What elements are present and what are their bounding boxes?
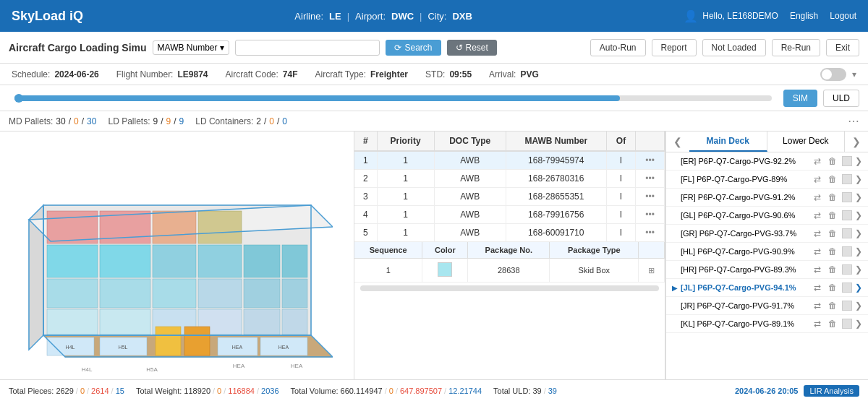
ld-containers-stat: LD Containers: 2 / 0 / 0 <box>195 116 287 126</box>
color-chip <box>842 319 852 329</box>
airport-value: DWC <box>391 11 414 22</box>
chevron-right-icon[interactable]: ❯ <box>855 264 862 275</box>
sub-table: Sequence Color Package No. Package Type … <box>354 242 665 283</box>
delete-icon[interactable]: 🗑 <box>826 318 839 329</box>
tab-uld[interactable]: ULD <box>823 90 859 107</box>
chevron-right-icon[interactable]: ❯ <box>855 283 862 293</box>
swap-icon[interactable]: ⇄ <box>812 210 823 221</box>
md-pallets-zero: 0 <box>74 116 79 126</box>
delete-icon[interactable]: 🗑 <box>826 264 839 275</box>
expand-icon[interactable]: ▾ <box>852 69 856 79</box>
swap-icon[interactable]: ⇄ <box>812 300 823 311</box>
table-row[interactable]: 5 1 AWB 168-60091710 I ••• <box>354 224 665 242</box>
deck-item[interactable]: ▶ [FR] P6P-Q7-Cargo-PVG-91.2% ⇄ 🗑 ❯ <box>666 189 868 207</box>
delete-icon[interactable]: 🗑 <box>826 155 839 167</box>
deck-item[interactable]: ▶ [ER] P6P-Q7-Cargo-PVG-92.2% ⇄ 🗑 ❯ <box>666 152 868 171</box>
delete-icon[interactable]: 🗑 <box>826 173 839 185</box>
chevron-right-icon[interactable]: ❯ <box>855 319 862 329</box>
delete-icon[interactable]: 🗑 <box>826 246 839 257</box>
cell-menu[interactable]: ••• <box>636 224 665 242</box>
deck-item[interactable]: ▶ [JL] P6P-Q7-Cargo-PVG-94.1% ⇄ 🗑 ❯ <box>666 279 868 297</box>
language-selector[interactable]: English <box>790 11 818 21</box>
footer-pieces: Total Pieces: 2629 / 0 / 2614 / 15 <box>9 387 124 395</box>
swap-icon[interactable]: ⇄ <box>812 264 823 275</box>
color-chip <box>842 264 852 275</box>
svg-rect-21 <box>100 309 150 335</box>
cell-menu[interactable]: ••• <box>636 170 665 188</box>
delete-icon[interactable]: 🗑 <box>826 191 839 203</box>
search-button[interactable]: ⟳ Search <box>386 40 441 56</box>
chevron-right-icon[interactable]: ❯ <box>855 301 862 311</box>
report-button[interactable]: Report <box>652 39 697 56</box>
sub-color <box>422 259 468 283</box>
chevron-right-icon[interactable]: ❯ <box>855 246 862 256</box>
main-content: H4L H5L HEA HEA H4L H5A HEA HEA <box>0 131 868 379</box>
reset-icon: ↺ <box>456 43 463 53</box>
swap-icon[interactable]: ⇄ <box>812 228 823 239</box>
logout-btn[interactable]: Logout <box>830 11 856 21</box>
delete-icon[interactable]: 🗑 <box>826 228 839 239</box>
deck-item[interactable]: ▶ [FL] P6P-Q7-Cargo-PVG-89% ⇄ 🗑 ❯ <box>666 171 868 189</box>
chevron-right-icon[interactable]: ❯ <box>855 192 862 202</box>
search-input[interactable] <box>235 40 380 56</box>
swap-icon[interactable]: ⇄ <box>812 246 823 257</box>
right-nav-arrow[interactable]: ❯ <box>845 131 868 152</box>
swap-icon[interactable]: ⇄ <box>812 318 823 329</box>
swap-icon[interactable]: ⇄ <box>812 282 823 293</box>
cell-menu[interactable]: ••• <box>636 151 665 170</box>
table-row[interactable]: 1 1 AWB 168-79945974 I ••• <box>354 151 665 170</box>
table-row[interactable]: 4 1 AWB 168-79916756 I ••• <box>354 206 665 224</box>
more-icon[interactable]: ⋯ <box>848 114 859 128</box>
tab-lower-deck[interactable]: Lower Deck <box>767 131 846 152</box>
tab-main-deck[interactable]: Main Deck <box>689 131 767 152</box>
swap-icon[interactable]: ⇄ <box>812 155 823 167</box>
swap-icon[interactable]: ⇄ <box>812 173 823 185</box>
deck-item-arrow: ▶ <box>672 284 678 292</box>
table-scroll[interactable]: # Priority DOC Type MAWB Number Of 1 1 A… <box>354 131 665 242</box>
chevron-right-icon[interactable]: ❯ <box>855 174 862 184</box>
cell-menu[interactable]: ••• <box>636 206 665 224</box>
deck-item-arrow: ▶ <box>672 158 678 165</box>
toggle[interactable] <box>820 68 846 81</box>
delete-icon[interactable]: 🗑 <box>826 282 839 293</box>
aircraft-code-item: Aircraft Code: 74F <box>226 69 298 79</box>
deck-item[interactable]: ▶ [HL] P6P-Q7-Cargo-PVG-90.9% ⇄ 🗑 ❯ <box>666 243 868 261</box>
deck-item[interactable]: ▶ [KL] P6P-Q7-Cargo-PVG-89.1% ⇄ 🗑 ❯ <box>666 315 868 333</box>
left-nav-arrow[interactable]: ❮ <box>666 131 689 152</box>
table-row[interactable]: 2 1 AWB 168-26780316 I ••• <box>354 170 665 188</box>
cell-menu[interactable]: ••• <box>636 188 665 206</box>
chevron-right-icon[interactable]: ❯ <box>855 156 862 166</box>
deck-item[interactable]: ▶ [GR] P6P-Q7-Cargo-PVG-93.7% ⇄ 🗑 ❯ <box>666 225 868 243</box>
delete-icon[interactable]: 🗑 <box>826 300 839 311</box>
swap-icon[interactable]: ⇄ <box>812 191 823 203</box>
deck-item[interactable]: ▶ [GL] P6P-Q7-Cargo-PVG-90.6% ⇄ 🗑 ❯ <box>666 207 868 225</box>
tab-sim[interactable]: SIM <box>783 90 817 107</box>
footer-datetime: 2024-06-26 20:05 <box>735 387 798 395</box>
deck-item[interactable]: ▶ [JR] P6P-Q7-Cargo-PVG-91.7% ⇄ 🗑 ❯ <box>666 297 868 315</box>
deck-item-label: [KL] P6P-Q7-Cargo-PVG-89.1% <box>681 319 809 328</box>
sub-grid-icon[interactable]: ⊞ <box>639 259 665 283</box>
lir-analysis-button[interactable]: LIR Analysis <box>804 385 859 397</box>
re-run-button[interactable]: Re-Run <box>772 39 820 56</box>
auto-run-button[interactable]: Auto-Run <box>590 39 646 56</box>
chevron-right-icon[interactable]: ❯ <box>848 134 865 149</box>
not-loaded-button[interactable]: Not Loaded <box>702 39 766 56</box>
svg-rect-8 <box>47 245 98 277</box>
svg-rect-14 <box>47 279 98 308</box>
chevron-right-icon[interactable]: ❯ <box>855 210 862 220</box>
cell-priority: 1 <box>377 151 434 170</box>
color-chip <box>842 301 852 311</box>
table-header-row: # Priority DOC Type MAWB Number Of <box>354 131 665 151</box>
table-row[interactable]: 3 1 AWB 168-28655351 I ••• <box>354 188 665 206</box>
horizontal-scrollbar[interactable] <box>360 285 659 291</box>
reset-button[interactable]: ↺ Reset <box>447 40 497 56</box>
mawb-select[interactable]: MAWB Number ▾ <box>153 40 230 55</box>
std-value: 09:55 <box>449 69 472 79</box>
uld-total: 39 <box>532 387 541 395</box>
chevron-right-icon[interactable]: ❯ <box>855 228 862 238</box>
exit-button[interactable]: Exit <box>826 39 859 56</box>
deck-item[interactable]: ▶ [HR] P6P-Q7-Cargo-PVG-89.3% ⇄ 🗑 ❯ <box>666 261 868 279</box>
delete-icon[interactable]: 🗑 <box>826 210 839 221</box>
chevron-left-icon[interactable]: ❮ <box>669 134 686 149</box>
cell-priority: 1 <box>377 224 434 242</box>
